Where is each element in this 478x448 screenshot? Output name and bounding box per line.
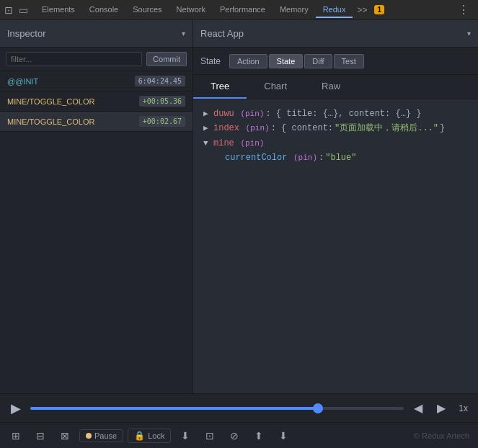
toolbar-btn-prohibit[interactable]: ⊘ bbox=[224, 426, 244, 446]
action-list: @@INIT 6:04:24.45 MINE/TOGGLE_COLOR +00:… bbox=[0, 71, 192, 393]
toolbar-btn-3[interactable]: ⊠ bbox=[55, 426, 75, 446]
tree-pin: (pin) bbox=[236, 107, 265, 121]
tree-row-index[interactable]: ▶ index (pin) : { content: "页面加载中，请稍后...… bbox=[203, 121, 468, 135]
transport-speed[interactable]: 1x bbox=[456, 402, 471, 415]
watermark: © Redux Artech bbox=[414, 431, 472, 440]
tree-key: index bbox=[213, 121, 239, 135]
tree-string-value: "blue" bbox=[325, 151, 356, 165]
state-tab-row: State Action State Diff Test bbox=[193, 48, 478, 75]
subtab-chart[interactable]: Chart bbox=[247, 75, 304, 99]
tab-group: Action State Diff Test bbox=[229, 54, 364, 68]
tab-test[interactable]: Test bbox=[334, 54, 364, 68]
tab-network[interactable]: Network bbox=[169, 2, 213, 18]
warning-badge: 1 bbox=[374, 5, 384, 14]
device-icon[interactable]: ▭ bbox=[17, 4, 29, 16]
bottom-toolbar: ⊞ ⊟ ⊠ Pause 🔒 Lock ⬇ ⊡ ⊘ ⬆ ⬇ © Redux Art… bbox=[0, 422, 478, 448]
more-tabs-icon[interactable]: >> bbox=[353, 2, 371, 18]
panels-row: Inspector ▾ Commit @@INIT 6:04:24.45 MIN… bbox=[0, 20, 478, 393]
step-forward-button[interactable]: ▶ bbox=[433, 400, 450, 417]
transport-bar: ▶ ◀ ▶ 1x bbox=[0, 393, 478, 422]
tree-value: : { title: {…}, content: {…} } bbox=[265, 107, 421, 121]
tree-pin: (pin) bbox=[288, 151, 317, 165]
tree-content: ▶ duwu (pin) : { title: {…}, content: {…… bbox=[193, 99, 478, 393]
devtools-topbar: ⊡ ▭ Elements Console Sources Network Per… bbox=[0, 0, 478, 20]
action-name: MINE/TOGGLE_COLOR bbox=[7, 117, 94, 126]
tree-key-child: currentColor bbox=[225, 151, 287, 165]
toolbar-btn-upload[interactable]: ⬆ bbox=[249, 426, 269, 446]
subtab-tree[interactable]: Tree bbox=[193, 75, 247, 99]
transport-slider-fill bbox=[30, 407, 318, 410]
toolbar-btn-1[interactable]: ⊞ bbox=[6, 426, 26, 446]
react-app-title: React App bbox=[200, 28, 467, 39]
main-area: Inspector ▾ Commit @@INIT 6:04:24.45 MIN… bbox=[0, 20, 478, 448]
lock-icon: 🔒 bbox=[134, 431, 145, 441]
tree-brace-close: } bbox=[440, 121, 445, 135]
tree-expand-icon[interactable]: ▶ bbox=[203, 122, 212, 135]
react-app-chevron-icon[interactable]: ▾ bbox=[467, 30, 471, 37]
toolbar-btn-down[interactable]: ⬇ bbox=[175, 426, 195, 446]
react-app-panel: React App ▾ State Action State Diff Test… bbox=[193, 20, 478, 393]
filter-row: Commit bbox=[0, 48, 192, 71]
play-button[interactable]: ▶ bbox=[7, 400, 25, 417]
action-item[interactable]: MINE/TOGGLE_COLOR +00:02.67 bbox=[0, 112, 192, 132]
sub-tabs: Tree Chart Raw bbox=[193, 75, 478, 99]
tab-memory[interactable]: Memory bbox=[273, 2, 316, 18]
tab-console[interactable]: Console bbox=[82, 2, 125, 18]
tree-string-value: "页面加载中，请稍后..." bbox=[335, 121, 438, 135]
tree-pin: (pin) bbox=[241, 122, 270, 135]
step-back-button[interactable]: ◀ bbox=[410, 400, 427, 417]
tree-expand-icon[interactable]: ▶ bbox=[203, 107, 212, 121]
action-time: +00:02.67 bbox=[139, 116, 185, 127]
tab-performance[interactable]: Performance bbox=[213, 2, 273, 18]
inspector-panel: Inspector ▾ Commit @@INIT 6:04:24.45 MIN… bbox=[0, 20, 193, 393]
tree-collapse-icon[interactable]: ▼ bbox=[203, 137, 212, 151]
tab-sources[interactable]: Sources bbox=[125, 2, 169, 18]
inspector-header: Inspector ▾ bbox=[0, 20, 192, 48]
commit-button[interactable]: Commit bbox=[146, 52, 187, 66]
tree-row-currentColor[interactable]: currentColor (pin) : "blue" bbox=[203, 151, 468, 165]
tab-elements[interactable]: Elements bbox=[35, 2, 82, 18]
toolbar-btn-download[interactable]: ⬇ bbox=[273, 426, 293, 446]
action-time: 6:04:24.45 bbox=[135, 76, 185, 86]
action-time: +00:05.36 bbox=[139, 96, 185, 107]
transport-slider[interactable] bbox=[30, 407, 404, 410]
tab-state[interactable]: State bbox=[269, 54, 304, 68]
pause-dot bbox=[86, 433, 92, 439]
inspector-title: Inspector bbox=[7, 28, 45, 39]
inspect-icon[interactable]: ⊡ bbox=[3, 4, 14, 16]
devtools-icons: ⊡ ▭ bbox=[3, 4, 29, 16]
subtab-raw[interactable]: Raw bbox=[304, 75, 358, 99]
tree-row-duwu[interactable]: ▶ duwu (pin) : { title: {…}, content: {…… bbox=[203, 107, 468, 121]
tree-key: mine bbox=[213, 136, 234, 151]
action-name: @@INIT bbox=[7, 77, 38, 86]
toolbar-btn-2[interactable]: ⊟ bbox=[30, 426, 50, 446]
transport-slider-thumb[interactable] bbox=[313, 403, 323, 413]
tree-leaf-icon bbox=[215, 151, 223, 165]
tree-pin: (pin) bbox=[236, 137, 265, 151]
tree-row-mine[interactable]: ▼ mine (pin) bbox=[203, 136, 468, 151]
lock-label: Lock bbox=[148, 431, 164, 440]
lock-button[interactable]: 🔒 Lock bbox=[128, 429, 171, 443]
tab-diff[interactable]: Diff bbox=[304, 54, 332, 68]
filter-input[interactable] bbox=[6, 52, 142, 66]
tree-colon: : bbox=[319, 151, 324, 165]
state-section-label: State bbox=[200, 56, 221, 66]
action-name: MINE/TOGGLE_COLOR bbox=[7, 97, 94, 106]
react-app-header: React App ▾ bbox=[193, 20, 478, 48]
devtools-menu-icon[interactable]: ⋮ bbox=[452, 3, 475, 17]
pause-label: Pause bbox=[94, 431, 117, 440]
action-item[interactable]: @@INIT 6:04:24.45 bbox=[0, 71, 192, 91]
toolbar-btn-monitor[interactable]: ⊡ bbox=[200, 426, 220, 446]
tab-action[interactable]: Action bbox=[229, 54, 267, 68]
tree-key: duwu bbox=[213, 107, 234, 121]
inspector-chevron-icon[interactable]: ▾ bbox=[182, 30, 185, 37]
pause-button[interactable]: Pause bbox=[79, 429, 123, 442]
action-item[interactable]: MINE/TOGGLE_COLOR +00:05.36 bbox=[0, 91, 192, 112]
tree-value: : { content: bbox=[271, 121, 333, 135]
tab-redux[interactable]: Redux bbox=[316, 2, 353, 18]
